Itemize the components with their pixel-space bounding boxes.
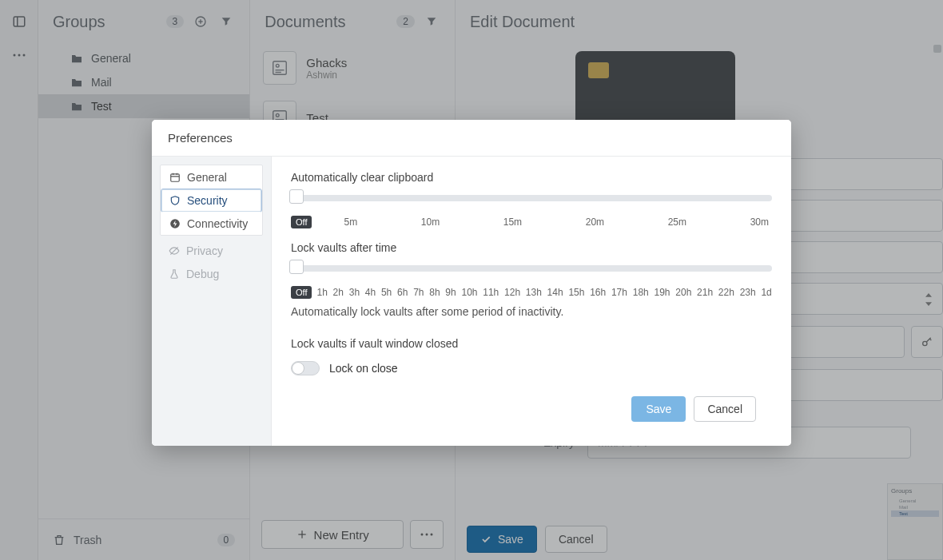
tick: 16h bbox=[590, 287, 606, 298]
modal-save-button[interactable]: Save bbox=[631, 396, 686, 422]
tick: 15m bbox=[503, 216, 522, 228]
calendar-icon bbox=[169, 172, 181, 183]
toggle-knob bbox=[292, 362, 304, 375]
modal-sidebar: General Security Connectivity Privacy bbox=[152, 157, 272, 446]
tick: 22h bbox=[718, 287, 734, 298]
locktime-ticks: Off 1h2h3h4h5h6h7h8h9h10h11h12h13h14h15h… bbox=[291, 286, 772, 299]
locktime-label: Lock vaults after time bbox=[291, 241, 772, 254]
pref-tab-connectivity[interactable]: Connectivity bbox=[161, 212, 262, 236]
bolt-icon bbox=[169, 218, 181, 229]
tick: 10m bbox=[421, 216, 440, 228]
locktime-slider[interactable] bbox=[291, 262, 772, 278]
lock-on-close-toggle-label: Lock on close bbox=[329, 362, 398, 375]
tick: 20m bbox=[586, 216, 604, 228]
tick: 19h bbox=[655, 287, 670, 298]
modal-cancel-button[interactable]: Cancel bbox=[694, 396, 756, 422]
pref-tab-security[interactable]: Security bbox=[161, 189, 262, 212]
clipboard-label: Automatically clear clipboard bbox=[291, 171, 772, 184]
tick: 3h bbox=[349, 287, 360, 298]
slider-thumb[interactable] bbox=[289, 189, 304, 204]
eye-off-icon bbox=[169, 245, 180, 256]
clipboard-ticks: Off 5m 10m 15m 20m 25m 30m bbox=[291, 216, 772, 228]
pref-tab-privacy[interactable]: Privacy bbox=[160, 239, 263, 263]
preferences-modal: Preferences General Security Connectivit… bbox=[152, 120, 791, 446]
lock-on-close-toggle[interactable] bbox=[291, 361, 320, 375]
tick: 7h bbox=[413, 287, 424, 298]
pref-tab-label: Security bbox=[187, 194, 228, 207]
slider-thumb[interactable] bbox=[289, 260, 304, 274]
tick: 23h bbox=[740, 287, 756, 298]
svg-rect-22 bbox=[171, 174, 180, 181]
shield-icon bbox=[169, 195, 181, 206]
pref-tab-debug[interactable]: Debug bbox=[160, 262, 263, 286]
tick: 9h bbox=[445, 287, 456, 298]
tick: 18h bbox=[633, 287, 649, 298]
tick: 11h bbox=[483, 287, 499, 298]
tick: 25m bbox=[668, 216, 686, 228]
off-badge: Off bbox=[291, 216, 312, 228]
tick: 5m bbox=[344, 216, 357, 228]
modal-backdrop: Preferences General Security Connectivit… bbox=[0, 0, 943, 560]
tick: 30m bbox=[750, 216, 769, 228]
lockclose-label: Lock vaults if vault window closed bbox=[291, 337, 772, 350]
tick: 12h bbox=[504, 287, 520, 298]
tick: 13h bbox=[526, 287, 542, 298]
tick: 6h bbox=[397, 287, 408, 298]
tick: 4h bbox=[365, 287, 376, 298]
pref-tab-label: Connectivity bbox=[187, 217, 248, 230]
tick: 2h bbox=[333, 287, 344, 298]
tick: 8h bbox=[429, 287, 440, 298]
tick: 1h bbox=[316, 287, 327, 298]
off-badge: Off bbox=[291, 286, 312, 299]
modal-content: Automatically clear clipboard Off 5m 10m… bbox=[272, 157, 791, 446]
pref-tab-label: General bbox=[187, 171, 227, 184]
tick: 17h bbox=[611, 287, 627, 298]
clipboard-slider[interactable] bbox=[291, 192, 772, 208]
tick: 14h bbox=[547, 287, 563, 298]
tick: 15h bbox=[568, 287, 584, 298]
tick: 20h bbox=[675, 287, 691, 298]
locktime-help: Automatically lock vaults after some per… bbox=[291, 305, 772, 318]
pref-tab-label: Debug bbox=[186, 268, 219, 280]
tick: 10h bbox=[461, 287, 477, 298]
tick: 1d bbox=[761, 287, 771, 298]
tick: 21h bbox=[697, 287, 713, 298]
flask-icon bbox=[169, 268, 180, 280]
tick: 5h bbox=[381, 287, 392, 298]
pref-tab-general[interactable]: General bbox=[161, 165, 262, 189]
pref-tab-label: Privacy bbox=[186, 244, 223, 257]
modal-title: Preferences bbox=[152, 120, 791, 157]
